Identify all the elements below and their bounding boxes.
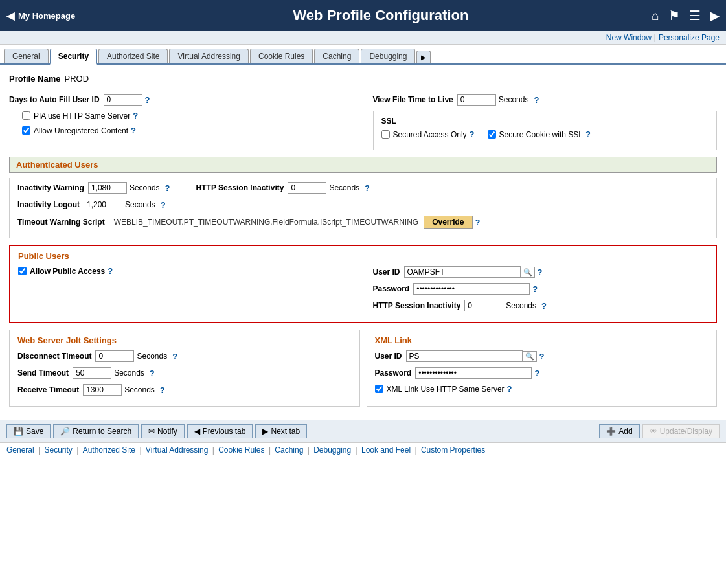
bottom-nav-security[interactable]: Security xyxy=(45,446,73,455)
view-file-input[interactable] xyxy=(457,94,496,106)
public-password-row: Password ? xyxy=(373,283,709,295)
public-userid-row: User ID 🔍 ? xyxy=(373,266,709,278)
personalize-link[interactable]: Personalize Page xyxy=(659,33,720,42)
inactivity-warning-input[interactable] xyxy=(88,182,127,194)
public-userid-input[interactable] xyxy=(404,266,521,278)
update-display-button[interactable]: 👁 Update/Display xyxy=(642,424,720,438)
bottom-nav-virtual-addressing[interactable]: Virtual Addressing xyxy=(146,446,209,455)
tab-debugging[interactable]: Debugging xyxy=(361,49,415,63)
public-http-input[interactable] xyxy=(464,300,503,311)
timeout-help[interactable]: ? xyxy=(475,218,481,227)
inactivity-warning-unit: Seconds xyxy=(130,183,160,192)
next-tab-button[interactable]: ▶ Next tab xyxy=(255,424,307,438)
receive-help[interactable]: ? xyxy=(160,385,165,395)
bottom-sections: Web Server Jolt Settings Disconnect Time… xyxy=(9,330,717,407)
bottom-nav-look-and-feel[interactable]: Look and Feel xyxy=(361,446,411,455)
allow-unregistered-help[interactable]: ? xyxy=(131,126,136,135)
inactivity-logout-unit: Seconds xyxy=(125,200,155,209)
bottom-nav-cookie-rules[interactable]: Cookie Rules xyxy=(218,446,264,455)
secured-access-checkbox[interactable] xyxy=(381,130,390,139)
send-help[interactable]: ? xyxy=(150,368,155,378)
tab-cookie-rules[interactable]: Cookie Rules xyxy=(250,49,313,63)
flag-icon[interactable]: ⚑ xyxy=(668,8,680,23)
update-icon: 👁 xyxy=(650,427,657,436)
xml-password-help[interactable]: ? xyxy=(534,368,539,378)
circle-icon[interactable]: ▶ xyxy=(710,8,720,23)
xml-same-server-checkbox[interactable] xyxy=(375,385,383,393)
bottom-nav-debugging[interactable]: Debugging xyxy=(313,446,351,455)
tab-arrow-button[interactable]: ▶ xyxy=(416,51,431,63)
tab-general[interactable]: General xyxy=(4,49,49,63)
profile-name-label: Profile Name xyxy=(9,74,60,84)
bottom-nav-caching[interactable]: Caching xyxy=(275,446,303,455)
previous-tab-button[interactable]: ◀ Previous tab xyxy=(187,424,253,438)
days-auto-fill-input[interactable] xyxy=(104,94,142,106)
bottom-nav-authorized-site[interactable]: Authorized Site xyxy=(83,446,135,455)
back-button[interactable]: ◀ My Homepage xyxy=(6,10,110,22)
xml-password-input[interactable] xyxy=(415,367,532,379)
secure-cookie-checkbox[interactable] xyxy=(488,130,496,139)
menu-icon[interactable]: ☰ xyxy=(689,8,701,23)
inactivity-warning-help[interactable]: ? xyxy=(165,183,170,193)
jolt-title: Web Server Jolt Settings xyxy=(17,335,352,345)
public-password-help[interactable]: ? xyxy=(532,284,538,294)
top-bar: New Window | Personalize Page xyxy=(0,31,726,45)
allow-public-checkbox[interactable] xyxy=(18,267,27,275)
http-session-help[interactable]: ? xyxy=(365,183,370,193)
public-users-content: Allow Public Access ? User ID 🔍 ? Passwo… xyxy=(18,266,708,317)
secure-cookie-help[interactable]: ? xyxy=(585,130,591,139)
inactivity-logout-help[interactable]: ? xyxy=(161,200,166,210)
notify-icon: ✉ xyxy=(148,427,155,436)
http-session-input[interactable] xyxy=(288,182,326,194)
return-to-search-button[interactable]: 🔎 Return to Search xyxy=(53,424,139,438)
public-users-title: Public Users xyxy=(18,251,708,261)
inactivity-logout-row: Inactivity Logout Seconds ? xyxy=(17,199,709,210)
header: ◀ My Homepage Web Profile Configuration … xyxy=(0,0,726,31)
public-http-unit: Seconds xyxy=(506,301,536,310)
save-button[interactable]: 💾 Save xyxy=(6,424,51,438)
receive-label: Receive Timeout xyxy=(17,385,79,394)
bottom-nav-custom-properties[interactable]: Custom Properties xyxy=(421,446,485,455)
bottom-nav-general[interactable]: General xyxy=(6,446,34,455)
pia-http-help[interactable]: ? xyxy=(133,111,138,120)
pia-http-row: PIA use HTTP Same Server ? xyxy=(22,111,354,120)
xml-userid-input[interactable] xyxy=(406,350,523,362)
view-file-help[interactable]: ? xyxy=(534,95,539,105)
next-tab-icon: ▶ xyxy=(262,427,268,436)
days-auto-fill-help[interactable]: ? xyxy=(145,95,150,105)
pia-http-checkbox[interactable] xyxy=(22,111,30,120)
send-input[interactable] xyxy=(73,367,111,379)
receive-input[interactable] xyxy=(83,384,122,396)
public-password-input[interactable] xyxy=(413,283,530,295)
tab-caching[interactable]: Caching xyxy=(314,49,359,63)
override-button[interactable]: Override xyxy=(424,216,472,229)
xml-userid-help[interactable]: ? xyxy=(539,352,545,361)
disconnect-unit: Seconds xyxy=(137,352,167,361)
xml-userid-label: User ID xyxy=(375,352,402,361)
disconnect-input[interactable] xyxy=(95,350,134,362)
days-auto-fill-row: Days to Auto Fill User ID ? xyxy=(9,94,354,106)
add-button[interactable]: ➕ Add xyxy=(599,424,639,438)
public-userid-help[interactable]: ? xyxy=(538,267,543,277)
new-window-link[interactable]: New Window xyxy=(606,33,652,42)
notify-button[interactable]: ✉ Notify xyxy=(141,424,185,438)
secured-access-help[interactable]: ? xyxy=(470,130,475,139)
xml-same-server-help[interactable]: ? xyxy=(507,384,512,394)
disconnect-help[interactable]: ? xyxy=(172,352,177,361)
xml-same-server-row: XML Link Use HTTP Same Server ? xyxy=(375,384,709,394)
secure-cookie-row: Secure Cookie with SSL ? xyxy=(488,130,591,139)
public-http-help[interactable]: ? xyxy=(541,301,547,311)
public-userid-search[interactable]: 🔍 xyxy=(521,267,535,278)
home-icon[interactable]: ⌂ xyxy=(652,8,659,23)
inactivity-logout-input[interactable] xyxy=(84,199,122,210)
public-userid-label: User ID xyxy=(373,267,400,277)
xml-title: XML Link xyxy=(375,335,709,345)
tab-authorized-site[interactable]: Authorized Site xyxy=(98,49,168,63)
tab-virtual-addressing[interactable]: Virtual Addressing xyxy=(169,49,249,63)
header-icons: ⌂ ⚑ ☰ ▶ xyxy=(652,8,720,23)
tab-security[interactable]: Security xyxy=(50,49,97,65)
allow-public-help[interactable]: ? xyxy=(108,266,113,276)
allow-unregistered-checkbox[interactable] xyxy=(22,126,30,135)
send-timeout-row: Send Timeout Seconds ? xyxy=(17,367,352,379)
xml-userid-search[interactable]: 🔍 xyxy=(523,351,537,362)
